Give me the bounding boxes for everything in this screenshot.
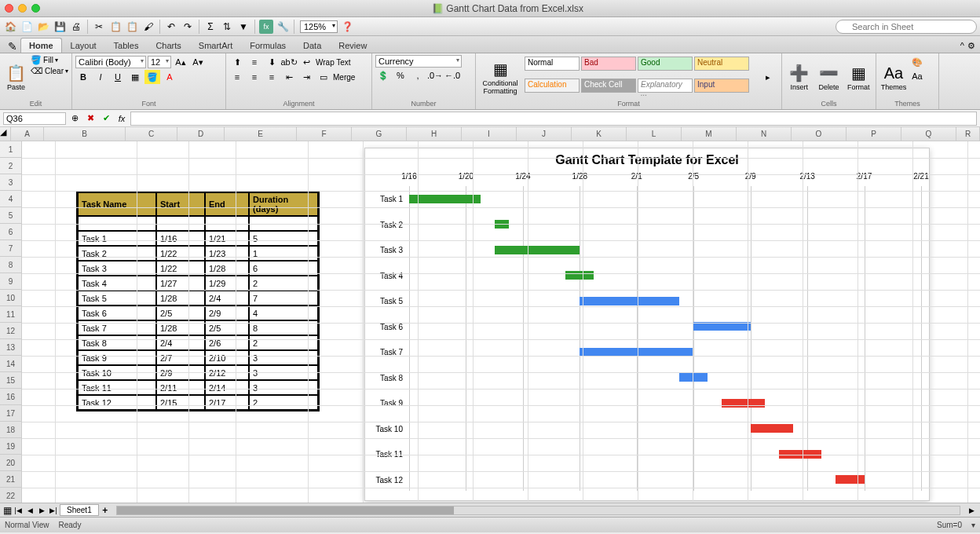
tab-home[interactable]: Home — [20, 38, 62, 53]
align-top-icon[interactable]: ⬆ — [229, 55, 245, 69]
search-input[interactable] — [836, 20, 977, 34]
cut-icon[interactable]: ✂ — [92, 20, 106, 34]
gantt-bar[interactable] — [836, 475, 864, 484]
border-button[interactable]: ▦ — [127, 70, 143, 84]
col-header-F[interactable]: F — [297, 127, 352, 141]
increase-font-icon[interactable]: A▴ — [173, 55, 188, 69]
gantt-bar[interactable] — [751, 424, 793, 433]
zoom-dropdown[interactable]: 125% — [300, 20, 338, 33]
row-header-20[interactable]: 20 — [0, 455, 22, 471]
increase-indent-icon[interactable]: ⇥ — [298, 70, 314, 84]
style-normal[interactable]: Normal — [525, 57, 580, 71]
align-middle-icon[interactable]: ≡ — [247, 55, 262, 69]
tab-tables[interactable]: Tables — [105, 38, 148, 53]
paste-icon[interactable]: 📋 — [125, 20, 139, 34]
col-header-L[interactable]: L — [627, 127, 682, 141]
col-header-B[interactable]: B — [44, 127, 126, 141]
tab-smartart[interactable]: SmartArt — [190, 38, 241, 53]
format-painter-icon[interactable]: 🖌 — [141, 20, 155, 34]
decrease-font-icon[interactable]: A▾ — [190, 55, 206, 69]
tab-formulas[interactable]: Formulas — [241, 38, 294, 53]
functions-icon[interactable]: ⊕ — [68, 112, 82, 126]
view-grid-icon[interactable]: ▦ — [3, 505, 12, 516]
col-header-P[interactable]: P — [847, 127, 901, 141]
open-icon[interactable]: 📂 — [36, 20, 50, 34]
prev-sheet-icon[interactable]: ◀ — [24, 505, 35, 516]
horizontal-scrollbar[interactable] — [116, 506, 960, 515]
scroll-right-icon[interactable]: ▶ — [966, 505, 977, 516]
row-header-2[interactable]: 2 — [0, 158, 22, 174]
add-sheet-button[interactable]: + — [100, 505, 111, 516]
align-left-icon[interactable]: ≡ — [229, 70, 245, 84]
fx-icon[interactable]: fx — [259, 20, 273, 34]
styles-more-icon[interactable]: ▸ — [760, 71, 776, 85]
ribbon-collapse-icon[interactable]: ^ — [960, 41, 964, 51]
gear-icon[interactable]: ⚙ — [967, 41, 975, 51]
name-box[interactable]: Q36 — [3, 112, 66, 125]
sort-icon[interactable]: ⇅ — [220, 20, 234, 34]
conditional-formatting-button[interactable]: ▦Conditional Formatting — [479, 55, 521, 100]
row-header-7[interactable]: 7 — [0, 240, 22, 257]
gantt-bar[interactable] — [679, 373, 708, 382]
comma-icon[interactable]: , — [410, 68, 426, 82]
row-header-16[interactable]: 16 — [0, 389, 22, 405]
gantt-bar[interactable] — [722, 399, 764, 408]
row-header-18[interactable]: 18 — [0, 422, 22, 438]
font-name-dropdown[interactable]: Calibri (Body) — [75, 56, 146, 68]
decrease-indent-icon[interactable]: ⇤ — [281, 70, 297, 84]
gantt-bar[interactable] — [495, 246, 580, 254]
row-header-8[interactable]: 8 — [0, 257, 22, 273]
row-header-9[interactable]: 9 — [0, 273, 22, 290]
filter-icon[interactable]: ▼ — [236, 20, 250, 34]
style-calc[interactable]: Calculation — [525, 79, 580, 93]
increase-decimal-icon[interactable]: .0→ — [427, 68, 443, 82]
row-header-5[interactable]: 5 — [0, 207, 22, 224]
row-header-1[interactable]: 1 — [0, 141, 22, 158]
row-header-14[interactable]: 14 — [0, 356, 22, 372]
gantt-bar[interactable] — [409, 195, 481, 203]
save-icon[interactable]: 💾 — [53, 20, 67, 34]
style-check[interactable]: Check Cell — [581, 79, 636, 93]
col-header-G[interactable]: G — [352, 127, 407, 141]
theme-fonts-icon[interactable]: Aa — [909, 69, 925, 83]
col-header-Q[interactable]: Q — [901, 127, 956, 141]
next-sheet-icon[interactable]: ▶ — [36, 505, 47, 516]
row-header-19[interactable]: 19 — [0, 438, 22, 455]
spreadsheet-grid[interactable]: ◢ ABCDEFGHIJKLMNOPQR 1234567891011121314… — [0, 127, 980, 503]
home-icon[interactable]: 🏠 — [3, 20, 17, 34]
row-header-4[interactable]: 4 — [0, 191, 22, 207]
last-sheet-icon[interactable]: ▶| — [48, 505, 59, 516]
fx-label-icon[interactable]: fx — [115, 112, 129, 126]
number-format-dropdown[interactable]: Currency — [375, 55, 462, 68]
style-neutral[interactable]: Neutral — [694, 57, 749, 71]
col-header-N[interactable]: N — [737, 127, 792, 141]
font-color-button[interactable]: A — [162, 70, 177, 84]
gantt-bar[interactable] — [565, 271, 594, 280]
ribbon-app-icon[interactable]: ✎ — [5, 40, 20, 53]
cells-area[interactable]: Task Name Start End Duration (days) Task… — [22, 141, 980, 503]
style-explanatory[interactable]: Explanatory ... — [638, 79, 693, 93]
print-icon[interactable]: 🖨 — [69, 20, 83, 34]
row-header-22[interactable]: 22 — [0, 488, 22, 503]
row-header-15[interactable]: 15 — [0, 372, 22, 389]
col-header-M[interactable]: M — [682, 127, 737, 141]
style-input[interactable]: Input — [694, 79, 749, 93]
paste-button[interactable]: 📋Paste — [3, 55, 29, 100]
row-header-17[interactable]: 17 — [0, 405, 22, 422]
fill-color-button[interactable]: 🪣 — [144, 70, 160, 84]
themes-button[interactable]: AaThemes — [879, 55, 908, 100]
copy-icon[interactable]: 📋 — [108, 20, 122, 34]
confirm-icon[interactable]: ✔ — [99, 112, 113, 126]
orientation-icon[interactable]: ab↻ — [281, 55, 297, 69]
tab-layout[interactable]: Layout — [62, 38, 105, 53]
col-header-I[interactable]: I — [462, 127, 517, 141]
autosum-icon[interactable]: Σ — [203, 20, 218, 34]
gantt-bar[interactable] — [580, 297, 679, 305]
font-size-dropdown[interactable]: 12 — [148, 56, 171, 68]
zoom-button[interactable] — [31, 4, 40, 13]
delete-button[interactable]: ➖Delete — [815, 55, 843, 100]
theme-colors-icon[interactable]: 🎨 — [909, 55, 925, 69]
col-header-J[interactable]: J — [517, 127, 572, 141]
show-toolbox-icon[interactable]: 🔧 — [276, 20, 290, 34]
currency-icon[interactable]: 💲 — [375, 68, 391, 82]
